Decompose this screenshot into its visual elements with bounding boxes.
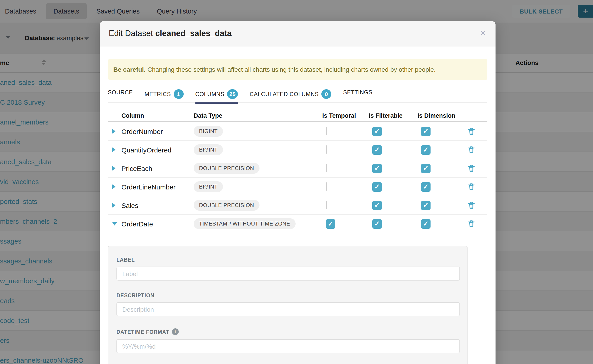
columns-table-header: Column Data Type Is Temporal Is Filterab… (108, 110, 488, 122)
columns-table-rows: OrderNumber BIGINT QuantityOrdered BIGIN… (108, 122, 488, 233)
column-name: OrderDate (121, 220, 194, 228)
is-filterable-checkbox[interactable] (372, 163, 382, 173)
column-row: PriceEach DOUBLE PRECISION (108, 159, 488, 178)
expand-caret-icon[interactable] (112, 129, 116, 134)
column-name: QuantityOrdered (121, 146, 194, 154)
datetime-format-input[interactable] (116, 339, 460, 353)
is-filterable-checkbox[interactable] (372, 182, 382, 191)
delete-icon[interactable] (468, 183, 475, 191)
info-icon[interactable]: i (172, 328, 179, 335)
is-temporal-checkbox[interactable] (326, 201, 327, 209)
column-name: OrderNumber (121, 127, 194, 135)
modal-title-prefix: Edit Dataset (109, 29, 153, 38)
column-row: Sales DOUBLE PRECISION (108, 196, 488, 215)
column-row: OrderDate TIMESTAMP WITHOUT TIME ZONE (108, 215, 488, 233)
expand-caret-icon[interactable] (112, 148, 116, 152)
datatype-pill: TIMESTAMP WITHOUT TIME ZONE (194, 218, 296, 229)
modal-tab[interactable]: SETTINGS (343, 89, 373, 100)
modal-tab[interactable]: COLUMNS25 (195, 89, 238, 103)
is-filterable-checkbox[interactable] (372, 219, 382, 228)
warning-banner-bold: Be careful. (113, 66, 145, 73)
is-dimension-checkbox[interactable] (421, 163, 430, 173)
description-field-label: DESCRIPTION (116, 293, 459, 298)
expand-caret-icon[interactable] (112, 222, 117, 225)
tab-label: METRICS (145, 91, 171, 97)
tab-label: COLUMNS (195, 91, 224, 97)
datatype-pill: BIGINT (194, 144, 223, 155)
delete-icon[interactable] (468, 220, 475, 228)
is-temporal-checkbox[interactable] (326, 127, 327, 135)
column-expanded-editor: LABEL DESCRIPTION DATETIME FORMAT i (108, 246, 468, 364)
delete-icon[interactable] (468, 146, 475, 154)
is-temporal-checkbox[interactable] (326, 145, 327, 154)
tab-count-badge: 25 (227, 89, 238, 99)
is-filterable-checkbox[interactable] (372, 201, 382, 210)
app-root: DatabasesDatasetsSaved QueriesQuery Hist… (0, 0, 593, 364)
column-name: Sales (121, 202, 194, 209)
description-input[interactable] (116, 302, 460, 316)
datatype-pill: DOUBLE PRECISION (194, 200, 259, 211)
warning-banner: Be careful. Changing these settings will… (108, 59, 488, 80)
column-name: OrderLineNumber (121, 183, 194, 191)
is-dimension-checkbox[interactable] (421, 145, 430, 155)
is-temporal-header: Is Temporal (322, 112, 369, 119)
datatype-pill: BIGINT (194, 126, 223, 137)
modal-title: Edit Dataset cleaned_sales_data (109, 29, 231, 38)
column-row: OrderLineNumber BIGINT (108, 178, 488, 196)
column-row: QuantityOrdered BIGINT (108, 141, 488, 159)
is-dimension-checkbox[interactable] (421, 219, 430, 228)
is-filterable-checkbox[interactable] (372, 127, 382, 136)
warning-banner-text: Changing these settings will affect all … (147, 66, 435, 73)
is-temporal-checkbox[interactable] (326, 164, 327, 172)
column-header: Column (121, 112, 194, 119)
is-filterable-header: Is Filterable (369, 112, 417, 119)
label-field-label-text: LABEL (116, 257, 135, 262)
datatype-pill: DOUBLE PRECISION (194, 163, 259, 174)
tab-count-badge: 1 (173, 89, 184, 99)
expand-caret-icon[interactable] (112, 203, 116, 208)
label-field-label: LABEL (116, 257, 459, 262)
is-dimension-checkbox[interactable] (421, 127, 430, 136)
datetime-format-field-label: DATETIME FORMAT i (116, 328, 459, 335)
expand-caret-icon[interactable] (112, 166, 116, 170)
is-filterable-checkbox[interactable] (372, 145, 382, 155)
tab-label: CALCULATED COLUMNS (250, 91, 319, 97)
modal-tabs: SOURCEMETRICS1COLUMNS25CALCULATED COLUMN… (108, 89, 488, 103)
delete-icon[interactable] (468, 127, 475, 135)
edit-dataset-modal: Edit Dataset cleaned_sales_data ✕ Be car… (100, 21, 495, 364)
column-row: OrderNumber BIGINT (108, 122, 488, 141)
modal-body: Be careful. Changing these settings will… (100, 59, 495, 364)
expand-caret-icon[interactable] (112, 184, 116, 189)
datetime-format-label-text: DATETIME FORMAT (116, 329, 169, 334)
close-icon[interactable]: ✕ (479, 27, 487, 39)
tab-label: SETTINGS (343, 89, 373, 96)
modal-title-dataset-name: cleaned_sales_data (155, 29, 231, 38)
datatype-pill: BIGINT (194, 181, 223, 192)
is-temporal-checkbox[interactable] (326, 182, 327, 191)
datatype-header: Data Type (194, 112, 322, 119)
label-input[interactable] (116, 266, 460, 280)
modal-header: Edit Dataset cleaned_sales_data ✕ (100, 21, 495, 46)
description-field-label-text: DESCRIPTION (116, 293, 154, 298)
delete-icon[interactable] (468, 202, 475, 209)
tab-count-badge: 0 (322, 89, 331, 99)
modal-tab[interactable]: METRICS1 (145, 89, 184, 103)
is-dimension-checkbox[interactable] (421, 201, 430, 210)
modal-tab[interactable]: CALCULATED COLUMNS0 (250, 89, 331, 103)
is-dimension-checkbox[interactable] (421, 182, 430, 191)
is-dimension-header: Is Dimension (417, 112, 467, 119)
is-temporal-checkbox[interactable] (326, 219, 335, 228)
modal-tab[interactable]: SOURCE (108, 89, 133, 100)
tab-label: SOURCE (108, 89, 133, 96)
column-name: PriceEach (121, 164, 194, 172)
delete-icon[interactable] (468, 164, 475, 172)
